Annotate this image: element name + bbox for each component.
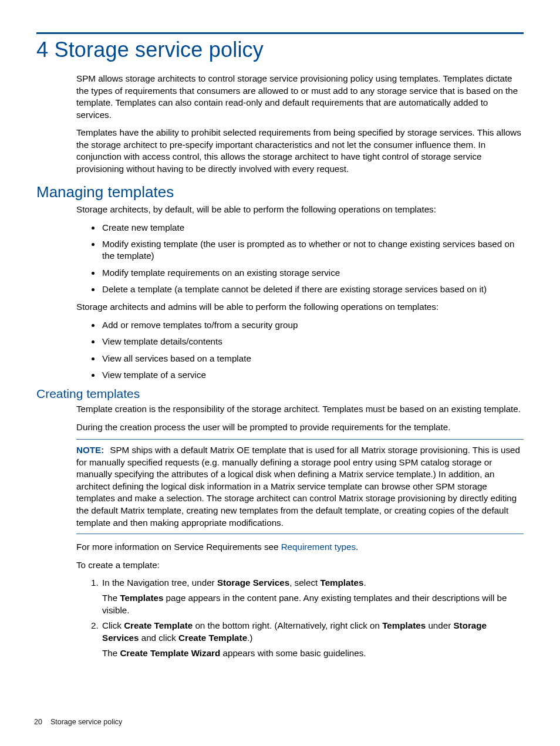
step-text: and click <box>139 633 179 643</box>
ui-label: Create Template Wizard <box>120 648 220 658</box>
note-label: NOTE: <box>76 445 104 455</box>
list-item: View template details/contents <box>101 336 524 347</box>
document-page: 4 Storage service policy SPM allows stor… <box>0 0 560 746</box>
managing-block: Storage architects, by default, will be … <box>76 204 524 381</box>
step-item: In the Navigation tree, under Storage Se… <box>101 577 524 616</box>
list-item: Create new template <box>101 222 524 234</box>
managing-mid: Storage architects and admins will be ab… <box>76 301 524 313</box>
ui-label: Create Template <box>124 620 193 630</box>
step-text: . <box>363 578 366 588</box>
note-body: SPM ships with a default Matrix OE templ… <box>76 445 520 527</box>
intro-paragraph: Templates have the ability to prohibit s… <box>76 127 524 175</box>
ui-label: Storage Services <box>217 578 289 588</box>
step-after: The Create Template Wizard appears with … <box>102 647 524 659</box>
footer-title: Storage service policy <box>50 718 122 726</box>
list-item: Delete a template (a template cannot be … <box>101 283 524 295</box>
step-text: on the bottom right. (Alternatively, rig… <box>193 620 382 630</box>
section-heading-managing: Managing templates <box>36 183 524 201</box>
page-footer: 20Storage service policy <box>34 718 122 726</box>
step-text: The <box>102 648 120 658</box>
step-item: Click Create Template on the bottom righ… <box>101 620 524 659</box>
step-text: , select <box>289 578 320 588</box>
create-steps: In the Navigation tree, under Storage Se… <box>76 577 524 659</box>
step-text: The <box>102 593 120 603</box>
creating-paragraph: During the creation process the user wil… <box>76 421 524 434</box>
list-item: View all services based on a template <box>101 353 524 364</box>
list-item: Modify template requirements on an exist… <box>101 267 524 279</box>
step-text: Click <box>102 620 124 630</box>
intro-block: SPM allows storage architects to control… <box>76 73 524 175</box>
ui-label: Templates <box>320 578 363 588</box>
managing-lead: Storage architects, by default, will be … <box>76 204 524 216</box>
ui-label: Templates <box>120 593 163 603</box>
list-item: View template of a service <box>101 369 524 381</box>
creating-paragraph: Template creation is the responsibility … <box>76 403 524 416</box>
note-block: NOTE:SPM ships with a default Matrix OE … <box>76 439 524 534</box>
more-info-pre: For more information on Service Requirem… <box>76 542 281 552</box>
more-info: For more information on Service Requirem… <box>76 541 524 553</box>
list-item: Add or remove templates to/from a securi… <box>101 319 524 331</box>
managing-ops-list: Create new template Modify existing temp… <box>76 222 524 296</box>
step-text: .) <box>247 633 252 643</box>
list-item: Modify existing template (the user is pr… <box>101 238 524 262</box>
step-text: In the Navigation tree, under <box>102 578 217 588</box>
intro-paragraph: SPM allows storage architects to control… <box>76 73 524 121</box>
more-info-post: . <box>356 542 358 552</box>
page-number: 20 <box>34 718 42 726</box>
managing-ops-list-2: Add or remove templates to/from a securi… <box>76 319 524 381</box>
ui-label: Templates <box>382 620 426 630</box>
xref-requirement-types[interactable]: Requirement types <box>281 542 356 552</box>
step-after: The Templates page appears in the conten… <box>102 592 524 616</box>
step-text: under <box>426 620 453 630</box>
subsection-heading-creating: Creating templates <box>36 387 524 401</box>
create-lead: To create a template: <box>76 559 524 572</box>
ui-label: Create Template <box>178 633 247 643</box>
step-text: page appears in the content pane. Any ex… <box>102 593 507 615</box>
header-rule <box>36 32 524 34</box>
chapter-title: 4 Storage service policy <box>36 38 524 62</box>
creating-block: Template creation is the responsibility … <box>76 403 524 659</box>
step-text: appears with some basic guidelines. <box>220 648 366 658</box>
